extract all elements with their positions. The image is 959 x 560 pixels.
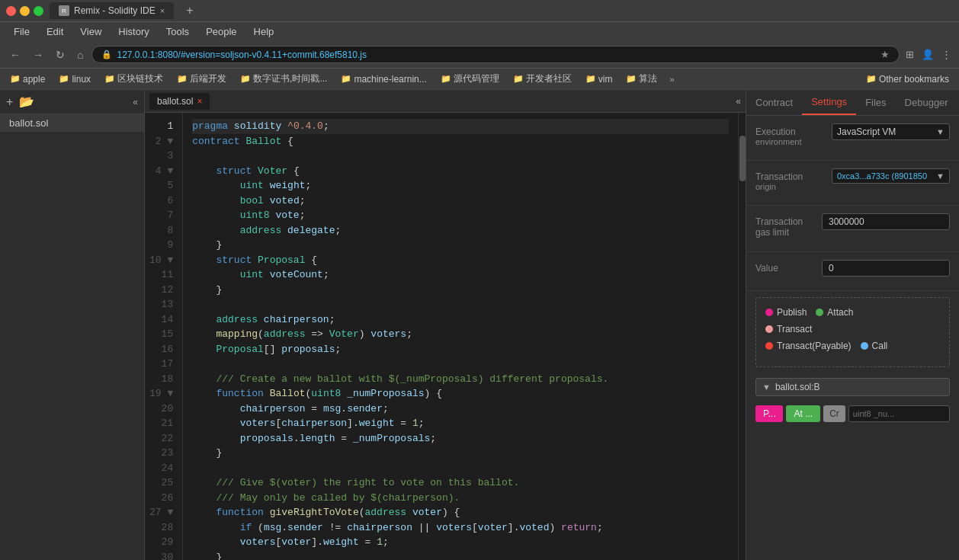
line-number-1: 1 [149, 119, 178, 134]
attach-button[interactable]: At ... [786, 405, 820, 422]
menu-tools[interactable]: Tools [159, 24, 197, 39]
editor-tab-ballot[interactable]: ballot.sol × [149, 93, 210, 110]
line-number-30: 30 [149, 550, 178, 561]
bookmark-source[interactable]: 📁源代码管理 [435, 71, 505, 87]
line-number-23: 23 [149, 446, 178, 461]
bookmark-star-icon[interactable]: ★ [880, 49, 890, 60]
address-box[interactable]: 🔒 127.0.0.1:8080/#version=soljson-v0.4.1… [91, 46, 900, 63]
folder-icon: 📁 [10, 74, 21, 84]
close-button[interactable] [6, 6, 16, 16]
value-input[interactable] [822, 260, 950, 277]
chevron-down-icon: ▼ [936, 127, 945, 136]
transact-label: Transact [777, 324, 812, 334]
lock-icon: 🔒 [101, 50, 112, 59]
add-file-icon[interactable]: + [6, 95, 13, 109]
contract-bar[interactable]: ▼ ballot.sol:B [755, 378, 950, 396]
window-controls[interactable] [6, 6, 43, 16]
browser-tab[interactable]: R Remix - Solidity IDE × [50, 2, 174, 19]
menu-view[interactable]: View [72, 24, 109, 39]
back-button[interactable]: ← [6, 47, 24, 62]
sidebar-item-ballot[interactable]: ballot.sol [0, 114, 144, 132]
tab-settings[interactable]: Settings [802, 90, 856, 115]
line-number-28: 28 [149, 520, 178, 536]
publish-button[interactable]: P... [755, 405, 783, 422]
bookmark-devcom[interactable]: 📁开发者社区 [508, 71, 577, 87]
legend-transact: Transact [765, 324, 812, 334]
transaction-label: Transaction origin [755, 168, 832, 191]
line-number-12: 12 [149, 283, 178, 298]
extensions-icon[interactable]: ⊞ [904, 47, 916, 62]
bookmark-vim[interactable]: 📁vim [580, 72, 618, 86]
code-line-8: address delegate; [192, 223, 729, 238]
tab-debugger[interactable]: Debugger [896, 91, 957, 114]
gas-limit-input[interactable] [822, 213, 950, 230]
line-number-26: 26 [149, 491, 178, 506]
line-number-14: 14 [149, 312, 178, 328]
new-tab-button[interactable]: + [180, 1, 199, 21]
tab-contract[interactable]: Contract [746, 91, 802, 114]
line-number-13: 13 [149, 297, 178, 312]
right-panel: Contract Settings Files Debugger Executi… [746, 90, 959, 560]
sidebar: + 📂 « ballot.sol [0, 90, 145, 560]
bookmark-cert[interactable]: 📁数字证书,时间戳... [235, 71, 332, 87]
line-number-27: 27 ▼ [149, 505, 178, 520]
line-numbers: 1 2 ▼ 3 4 ▼ 5 6 7 8 9 10 ▼ 11 12 13 14 1… [145, 113, 183, 560]
other-bookmarks[interactable]: 📁Other bookmarks [861, 72, 954, 86]
transact-payable-label: Transact(Payable) [777, 341, 852, 351]
line-number-15: 15 [149, 327, 178, 342]
attach-label: Attach [827, 307, 853, 318]
line-number-9: 9 [149, 238, 178, 253]
legend-call: Call [861, 341, 888, 351]
bookmark-linux[interactable]: 📁linux [53, 72, 96, 86]
menu-icon[interactable]: ⋮ [940, 47, 953, 62]
minimize-button[interactable] [20, 6, 30, 16]
line-number-18: 18 [149, 372, 178, 387]
menu-edit[interactable]: Edit [39, 24, 71, 39]
editor-tab-label: ballot.sol [157, 96, 193, 107]
value-label: Value [755, 260, 822, 277]
collapse-sidebar-icon[interactable]: « [133, 97, 138, 107]
code-line-23: } [192, 446, 729, 461]
home-button[interactable]: ⌂ [73, 47, 87, 62]
execution-label: Execution environment [755, 123, 832, 146]
line-number-25: 25 [149, 475, 178, 491]
forward-button[interactable]: → [29, 47, 47, 62]
code-editor[interactable]: pragma solidity ^0.4.0; contract Ballot … [183, 113, 738, 560]
reload-button[interactable]: ↻ [52, 47, 69, 62]
editor-tabs: ballot.sol × « [145, 90, 746, 113]
code-line-18: /// Create a new ballot with $(_numPropo… [192, 372, 729, 387]
attach-dot [816, 309, 823, 316]
execution-section: Execution environment JavaScript VM ▼ [746, 116, 959, 161]
editor-scrollbar[interactable] [738, 113, 746, 560]
line-number-10: 10 ▼ [149, 253, 178, 268]
code-line-15: mapping(address => Voter) voters; [192, 327, 729, 342]
execution-env-select[interactable]: JavaScript VM ▼ [832, 123, 950, 140]
menu-help[interactable]: Help [246, 24, 282, 39]
maximize-button[interactable] [34, 6, 43, 16]
value-input-container [822, 260, 950, 277]
menu-people[interactable]: People [198, 24, 244, 39]
create-button[interactable]: Cr [823, 405, 845, 422]
menubar: File Edit View History Tools People Help [0, 21, 959, 41]
more-bookmarks-button[interactable]: » [666, 73, 678, 85]
bookmark-backend[interactable]: 📁后端开发 [172, 71, 232, 87]
bookmark-ml[interactable]: 📁machine-learnin... [335, 72, 431, 86]
editor-tab-close-icon[interactable]: × [197, 96, 202, 107]
editor-area: ballot.sol × « 1 2 ▼ 3 4 ▼ 5 6 7 8 9 10 … [145, 90, 746, 560]
param-input[interactable] [848, 405, 950, 422]
user-icon[interactable]: 👤 [920, 47, 935, 62]
editor-collapse-icon[interactable]: « [736, 96, 741, 107]
transaction-text: Transaction [755, 171, 832, 182]
line-number-24: 24 [149, 461, 178, 476]
call-dot [861, 342, 868, 350]
bookmark-apple[interactable]: 📁apple [5, 72, 50, 86]
tab-close-icon[interactable]: × [160, 6, 165, 15]
open-folder-icon[interactable]: 📂 [19, 94, 34, 109]
bookmark-blockchain[interactable]: 📁区块链技术 [99, 71, 168, 87]
code-line-1: pragma solidity ^0.4.0; [192, 119, 729, 134]
transaction-origin-select[interactable]: 0xca3...a733c (8901850 ▼ [832, 168, 950, 184]
tab-files[interactable]: Files [856, 91, 895, 114]
menu-file[interactable]: File [6, 24, 37, 39]
menu-history[interactable]: History [111, 24, 156, 39]
bookmark-algo[interactable]: 📁算法 [621, 71, 662, 87]
